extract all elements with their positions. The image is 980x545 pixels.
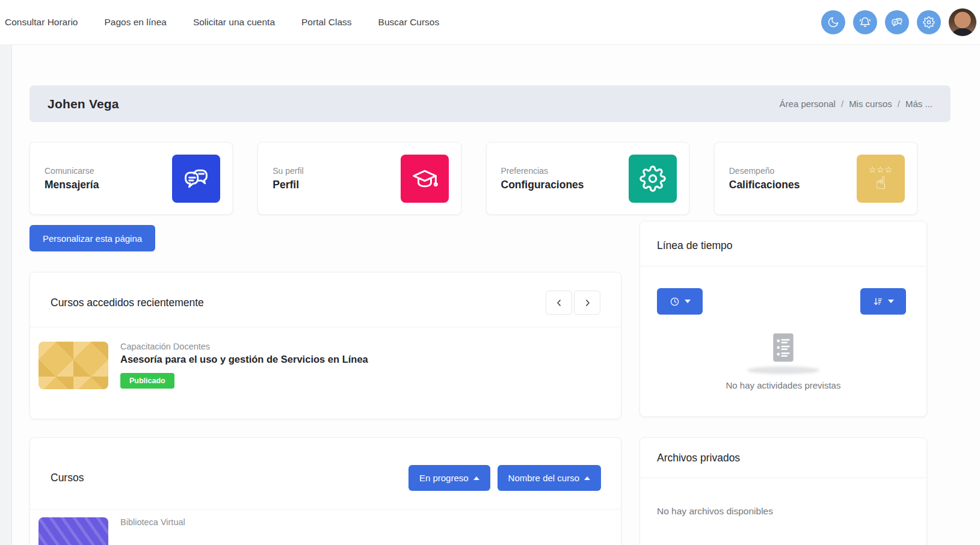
moon-icon [827,16,839,28]
breadcrumb-separator: / [841,99,843,109]
caret-down-icon [888,300,894,303]
timeline-sort-dropdown[interactable] [860,288,906,315]
nav-link-consultar-horario[interactable]: Consultar Horario [5,17,78,28]
timeline-card: Línea de tiempo No hay actividades previ… [639,221,927,417]
quick-card-subtitle: Su perfil [273,166,303,176]
quick-card-title: Mensajería [45,179,99,191]
timeline-empty-state: No hay actividades previstas [640,331,926,390]
courses-title: Cursos [51,472,84,484]
quick-card-mensajeria[interactable]: Comunicarse Mensajería [29,142,233,215]
breadcrumb-mas[interactable]: Más ... [905,99,932,109]
settings-button[interactable] [917,10,941,34]
courses-overview-card: Cursos En progreso Nombre del curso Bibl… [29,437,621,545]
course-sort-dropdown[interactable]: Nombre del curso [498,465,601,491]
private-files-header: Archivos privados [640,438,926,478]
chat-icon [891,16,903,28]
course-category-link[interactable]: Capacitación Docentes [120,342,368,351]
chevron-right-icon [583,298,592,307]
private-files-empty-message: No hay archivos disponibles [640,478,926,517]
recent-courses-title: Cursos accedidos recientemente [51,297,204,309]
nav-link-portal-class[interactable]: Portal Class [301,17,352,28]
quick-card-text: Su perfil Perfil [273,166,303,191]
quick-card-configuraciones[interactable]: Preferencias Configuraciones [486,142,689,215]
notifications-button[interactable] [853,10,877,34]
dark-mode-button[interactable] [821,10,845,34]
carousel-prev-button[interactable] [546,291,572,315]
top-navbar: Consultar Horario Pagos en línea Solicit… [0,0,980,45]
quick-card-title: Perfil [273,179,303,191]
quick-card-text: Preferencias Configuraciones [501,166,584,191]
recent-courses-header: Cursos accedidos recientemente [30,272,621,327]
breadcrumb: Área personal / Mis cursos / Más ... [780,99,932,109]
course-thumbnail[interactable] [39,517,108,545]
customize-page-button[interactable]: Personalizar esta página [29,225,155,251]
course-name-link[interactable]: Asesoría para el uso y gestión de Servic… [120,354,368,365]
timeline-controls [640,266,926,315]
page-left-gutter [0,45,12,545]
timeline-date-filter-dropdown[interactable] [657,288,703,315]
caret-up-icon [584,476,590,480]
icon-shadow [747,366,819,374]
page-header-band: Johen Vega Área personal / Mis cursos / … [29,85,951,122]
breadcrumb-separator: / [898,99,900,109]
course-filter-label: En progreso [419,473,469,483]
chat-bubbles-icon [172,155,220,203]
quick-card-subtitle: Comunicarse [45,166,99,176]
messages-button[interactable] [885,10,909,34]
timeline-title: Línea de tiempo [657,239,910,252]
carousel-next-button[interactable] [574,291,600,315]
quick-card-text: Comunicarse Mensajería [45,166,99,191]
bell-icon [859,16,871,28]
clock-icon [670,297,680,307]
quick-card-subtitle: Desempeño [729,166,800,176]
recent-course-item: Capacitación Docentes Asesoría para el u… [30,327,621,389]
sort-amount-icon [873,297,883,307]
courses-filters: En progreso Nombre del curso [408,465,601,491]
empty-activities-document-icon [767,331,800,366]
quick-card-title: Configuraciones [501,179,584,191]
nav-link-buscar-cursos[interactable]: Buscar Cursos [378,17,440,28]
quick-card-title: Calificaciones [729,179,800,191]
course-info: Biblioteca Virtual [120,517,185,527]
user-avatar[interactable] [949,8,976,36]
chevron-left-icon [555,298,564,307]
timeline-empty-message: No hay actividades previstas [640,380,926,390]
pointing-hand-glyph: ☝ [875,174,886,192]
navbar-actions [821,8,976,36]
quick-card-text: Desempeño Calificaciones [729,166,800,191]
quick-card-subtitle: Preferencias [501,166,584,176]
breadcrumb-mis-cursos[interactable]: Mis cursos [849,99,892,109]
course-status-badge: Publicado [120,373,174,389]
graduation-cap-icon [401,155,449,203]
course-info: Capacitación Docentes Asesoría para el u… [120,342,368,389]
course-category-link[interactable]: Biblioteca Virtual [120,517,185,527]
nav-link-solicitar-cuenta[interactable]: Solicitar una cuenta [193,17,275,28]
course-list-item: Biblioteca Virtual [30,510,621,545]
caret-up-icon [473,476,479,480]
primary-nav: Consultar Horario Pagos en línea Solicit… [5,17,439,28]
nav-link-pagos-en-linea[interactable]: Pagos en línea [104,17,166,28]
course-thumbnail[interactable] [39,342,108,389]
breadcrumb-area-personal[interactable]: Área personal [780,99,836,109]
quick-access-cards: Comunicarse Mensajería Su perfil Perfil … [29,142,917,215]
gear-icon [923,16,935,28]
dashboard-page: Consultar Horario Pagos en línea Solicit… [0,0,980,545]
course-sort-label: Nombre del curso [508,473,579,483]
timeline-header: Línea de tiempo [640,221,926,266]
quick-card-calificaciones[interactable]: Desempeño Calificaciones ☆☆☆ ☝ [714,142,917,215]
recent-courses-card: Cursos accedidos recientemente Capacitac… [29,272,621,419]
private-files-title: Archivos privados [657,452,910,464]
carousel-controls [546,291,600,315]
private-files-card: Archivos privados No hay archivos dispon… [639,437,927,545]
courses-header: Cursos En progreso Nombre del curso [30,438,621,491]
quick-card-perfil[interactable]: Su perfil Perfil [257,142,461,215]
stars-hand-icon: ☆☆☆ ☝ [857,155,905,203]
caret-down-icon [685,300,691,303]
gear-icon [629,155,677,203]
page-title-user-name: Johen Vega [48,97,119,111]
course-filter-dropdown[interactable]: En progreso [408,465,490,491]
